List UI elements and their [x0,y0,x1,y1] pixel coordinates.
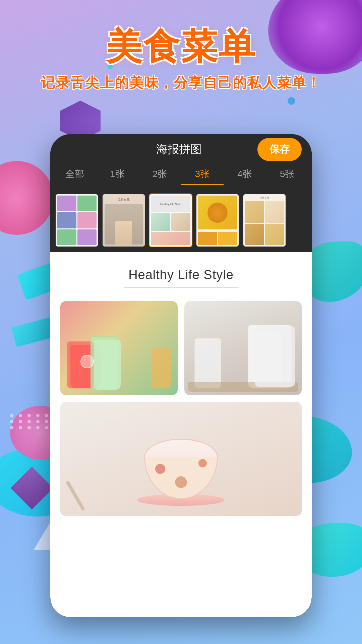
tab-2[interactable]: 2张 [138,164,181,185]
tabs-bar: 全部 1张 2张 3张 4张 5张 [50,164,312,190]
app-bar-title: 海报拼图 [101,142,257,157]
food-image-dessert[interactable] [60,402,302,516]
app-bar: 海报拼图 保存 [50,134,312,164]
bg-blob-pink-left [0,161,54,235]
food-image-milk[interactable] [184,301,302,395]
food-image-drink[interactable] [60,301,178,395]
image-grid [50,294,312,523]
image-row-1 [60,301,302,395]
content-header: Healthy Life Style [50,252,312,294]
grid-dots-decoration [10,414,51,429]
templates-row: 惊家女孩 Healthy Life Style [50,190,312,252]
tab-all[interactable]: 全部 [54,164,96,185]
tab-1[interactable]: 1张 [96,164,139,185]
bottom-divider [124,287,238,288]
tab-4[interactable]: 4张 [224,164,266,185]
template-2[interactable]: 惊家女孩 [102,194,145,247]
content-title: Healthy Life Style [128,262,234,287]
template-3[interactable]: Healthy Life Style [149,194,192,247]
phone-mockup: 海报拼图 保存 全部 1张 2张 3张 4张 5张 [50,134,312,617]
template-5[interactable]: 活情富愿 [243,194,286,247]
tab-3[interactable]: 3张 [181,164,224,185]
template-1[interactable] [55,194,99,247]
main-title: 美食菜单 [0,27,362,67]
content-area: Healthy Life Style [50,252,312,617]
dot-blue-decoration [288,97,295,105]
subtitle: 记录舌尖上的美味，分享自己的私人菜单！ [0,73,362,92]
rhombus-decoration [10,467,53,509]
save-button[interactable]: 保存 [257,138,302,161]
cyan-cube-decoration [11,317,55,347]
header-section: 美食菜单 记录舌尖上的美味，分享自己的私人菜单！ [0,0,362,92]
tab-5[interactable]: 5张 [266,164,308,185]
image-row-2 [60,402,302,516]
template-4[interactable] [196,194,239,247]
